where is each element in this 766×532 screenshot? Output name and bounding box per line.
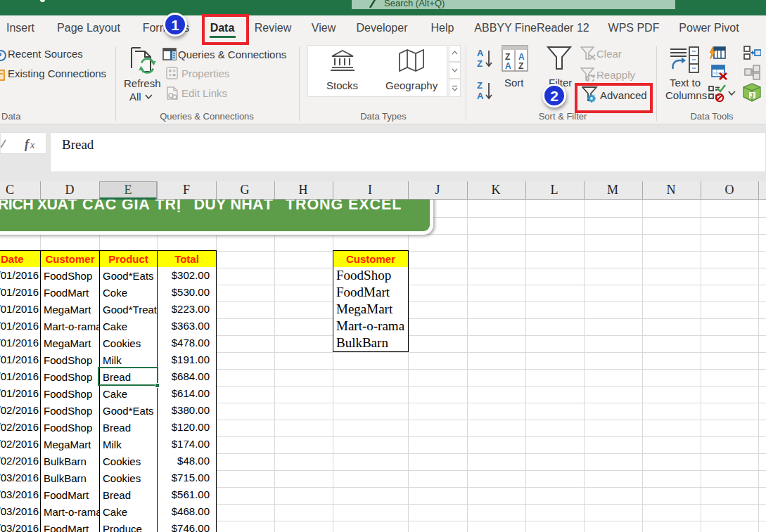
svg-text:J: J — [751, 92, 754, 99]
svg-text:Z: Z — [477, 58, 483, 69]
svg-text:A: A — [477, 91, 484, 101]
svg-text:Z: Z — [505, 52, 510, 62]
svg-text:A: A — [518, 52, 525, 62]
svg-text:Z: Z — [518, 61, 523, 71]
svg-text:A: A — [505, 61, 511, 71]
svg-text:x: x — [30, 140, 35, 150]
svg-text:f: f — [25, 137, 30, 151]
svg-text:Search (Alt+Q): Search (Alt+Q) — [384, 0, 445, 8]
svg-text:Z: Z — [477, 80, 483, 91]
svg-text:A: A — [477, 48, 484, 58]
